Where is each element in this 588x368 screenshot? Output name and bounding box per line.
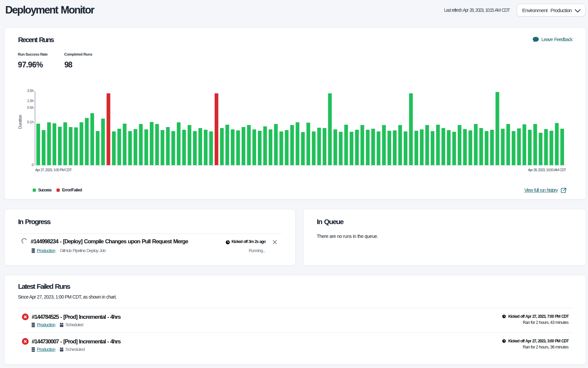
- svg-text:0.5h: 0.5h: [27, 105, 34, 110]
- svg-text:Duration: Duration: [18, 115, 23, 129]
- svg-text:0: 0: [32, 163, 34, 167]
- svg-text:1.0h: 1.0h: [27, 99, 34, 103]
- svg-text:3.0h: 3.0h: [27, 89, 34, 93]
- svg-text:Apr 27, 2023, 1:00 PM CDT: Apr 27, 2023, 1:00 PM CDT: [35, 168, 72, 172]
- svg-text:Apr 28, 2023, 10:00 AM CDT: Apr 28, 2023, 10:00 AM CDT: [528, 168, 566, 172]
- svg-text:0.1h: 0.1h: [27, 120, 34, 124]
